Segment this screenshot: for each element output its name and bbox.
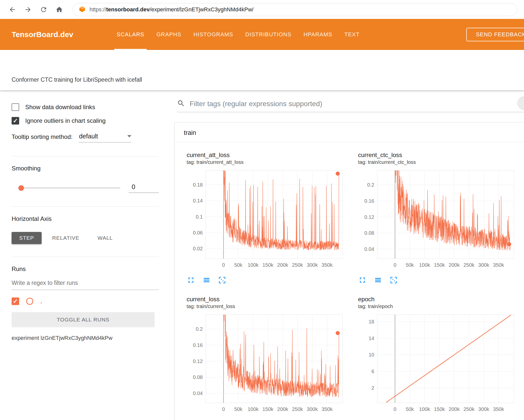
- tab-distributions[interactable]: DISTRIBUTIONS: [239, 19, 298, 50]
- home-icon[interactable]: [53, 4, 65, 15]
- experiment-title-bar: Conformer CTC training for LibriSpeech w…: [0, 50, 524, 90]
- smoothing-slider[interactable]: [19, 188, 120, 188]
- tab-histograms[interactable]: HISTOGRAMS: [187, 19, 239, 50]
- experiment-title: Conformer CTC training for LibriSpeech w…: [12, 76, 142, 83]
- app-header: TensorBoard.dev SCALARS GRAPHS HISTOGRAM…: [0, 19, 524, 50]
- svg-text:0.12: 0.12: [193, 358, 203, 364]
- svg-text:150k: 150k: [263, 406, 274, 412]
- svg-text:350k: 350k: [493, 262, 504, 268]
- svg-text:0.2: 0.2: [196, 326, 203, 332]
- svg-text:0.08: 0.08: [364, 230, 374, 236]
- svg-text:0.1: 0.1: [196, 214, 203, 220]
- checkbox-label: Show data download links: [25, 104, 95, 111]
- svg-text:350k: 350k: [493, 406, 504, 412]
- svg-text:150k: 150k: [263, 262, 274, 268]
- back-icon[interactable]: [7, 4, 18, 15]
- chart-card: current_loss tag: train/current_loss 050…: [184, 295, 350, 420]
- smoothing-label: Smoothing: [12, 165, 159, 172]
- run-checkbox[interactable]: [12, 297, 19, 305]
- site-favicon: [79, 6, 85, 13]
- runs-filter-input[interactable]: [12, 277, 159, 290]
- chart-title: current_ctc_loss: [355, 151, 521, 159]
- svg-text:2: 2: [371, 385, 374, 391]
- svg-text:200k: 200k: [449, 406, 460, 412]
- chart-actions: [355, 276, 521, 284]
- axis-relative-button[interactable]: RELATIVE: [45, 232, 87, 244]
- smoothing-value[interactable]: 0: [129, 183, 159, 193]
- address-bar[interactable]: https://tensorboard.dev/experiment/lzGnE…: [73, 3, 517, 16]
- forward-icon[interactable]: [22, 4, 34, 15]
- svg-text:250k: 250k: [292, 262, 303, 268]
- checkbox-label: Ignore outliers in chart scaling: [25, 117, 106, 124]
- checkbox-icon: [12, 117, 19, 125]
- svg-text:10: 10: [369, 352, 374, 357]
- svg-text:0.04: 0.04: [193, 391, 203, 396]
- filter-tags-row: [177, 99, 524, 112]
- fit-domain-icon[interactable]: [389, 276, 398, 284]
- toggle-all-runs-button[interactable]: TOGGLE ALL RUNS: [12, 312, 155, 327]
- send-feedback-button[interactable]: SEND FEEDBACK: [466, 28, 524, 41]
- tooltip-sorting-value: default: [79, 133, 98, 140]
- svg-text:0.12: 0.12: [364, 214, 374, 220]
- svg-text:50k: 50k: [406, 262, 414, 268]
- lines-icon[interactable]: [202, 276, 211, 284]
- svg-text:0.18: 0.18: [193, 182, 203, 188]
- fullscreen-icon[interactable]: [187, 276, 195, 284]
- svg-text:300k: 300k: [478, 262, 489, 268]
- svg-text:200k: 200k: [449, 262, 460, 268]
- chevron-down-icon: [127, 135, 131, 137]
- svg-text:50k: 50k: [234, 406, 243, 412]
- axis-wall-button[interactable]: WALL: [90, 232, 120, 244]
- url-path: /experiment/lzGnETjwRxC3yghNMd4kPw/: [150, 6, 253, 13]
- url-domain: tensorboard.dev: [106, 6, 150, 13]
- tag-group-title[interactable]: train: [175, 123, 524, 142]
- tab-text[interactable]: TEXT: [338, 19, 366, 50]
- url-text: https://tensorboard.dev/experiment/lzGnE…: [90, 6, 253, 13]
- fit-domain-icon[interactable]: [218, 276, 226, 284]
- tooltip-sorting-label: Tooltip sorting method:: [12, 133, 72, 142]
- svg-text:300k: 300k: [478, 406, 489, 412]
- search-icon: [177, 99, 185, 108]
- lines-icon[interactable]: [374, 276, 382, 284]
- run-name: .: [40, 298, 42, 305]
- main-panel: train current_att_loss tag: train/curren…: [169, 90, 524, 420]
- tooltip-sorting-select[interactable]: default: [79, 133, 131, 142]
- svg-text:200k: 200k: [277, 262, 288, 268]
- run-row: .: [12, 297, 159, 305]
- chart-tag: tag: train/current_ctc_loss: [355, 159, 521, 165]
- svg-text:18: 18: [369, 319, 374, 324]
- chart-card: current_ctc_loss tag: train/current_ctc_…: [355, 151, 521, 284]
- svg-text:0.16: 0.16: [193, 342, 203, 348]
- slider-thumb[interactable]: [18, 185, 24, 191]
- svg-text:0.06: 0.06: [193, 230, 203, 235]
- divider: [12, 206, 159, 207]
- fullscreen-icon[interactable]: [358, 276, 367, 284]
- line-chart[interactable]: 050k100k150k200k250k300k350k0.020.060.10…: [184, 168, 349, 269]
- axis-step-button[interactable]: STEP: [12, 232, 42, 244]
- chart-title: epoch: [355, 295, 521, 303]
- tab-graphs[interactable]: GRAPHS: [150, 19, 187, 50]
- filter-tags-input[interactable]: [189, 100, 524, 108]
- ignore-outliers-checkbox[interactable]: Ignore outliers in chart scaling: [12, 117, 159, 125]
- svg-text:0: 0: [222, 406, 225, 412]
- line-chart[interactable]: 050k100k150k200k250k300k350k26101418: [355, 313, 520, 413]
- horizontal-axis-label: Horizontal Axis: [12, 215, 159, 222]
- svg-text:0.14: 0.14: [193, 198, 203, 203]
- svg-text:50k: 50k: [234, 262, 243, 268]
- svg-text:0: 0: [394, 406, 396, 412]
- svg-text:200k: 200k: [277, 406, 288, 412]
- run-color-dot: [26, 298, 33, 305]
- browser-toolbar: https://tensorboard.dev/experiment/lzGnE…: [0, 0, 524, 19]
- svg-text:100k: 100k: [419, 406, 430, 412]
- svg-text:14: 14: [369, 336, 374, 341]
- tab-hparams[interactable]: HPARAMS: [298, 19, 338, 50]
- svg-text:0.02: 0.02: [193, 246, 203, 251]
- line-chart[interactable]: 050k100k150k200k250k300k350k0.040.080.12…: [184, 313, 349, 413]
- show-download-links-checkbox[interactable]: Show data download links: [12, 103, 159, 111]
- checkbox-icon: [12, 103, 19, 111]
- tab-scalars[interactable]: SCALARS: [111, 19, 151, 50]
- reload-icon[interactable]: [38, 4, 49, 15]
- svg-text:250k: 250k: [463, 262, 475, 268]
- brand[interactable]: TensorBoard.dev: [12, 19, 73, 50]
- line-chart[interactable]: 050k100k150k200k250k300k350k0.040.080.12…: [355, 168, 520, 269]
